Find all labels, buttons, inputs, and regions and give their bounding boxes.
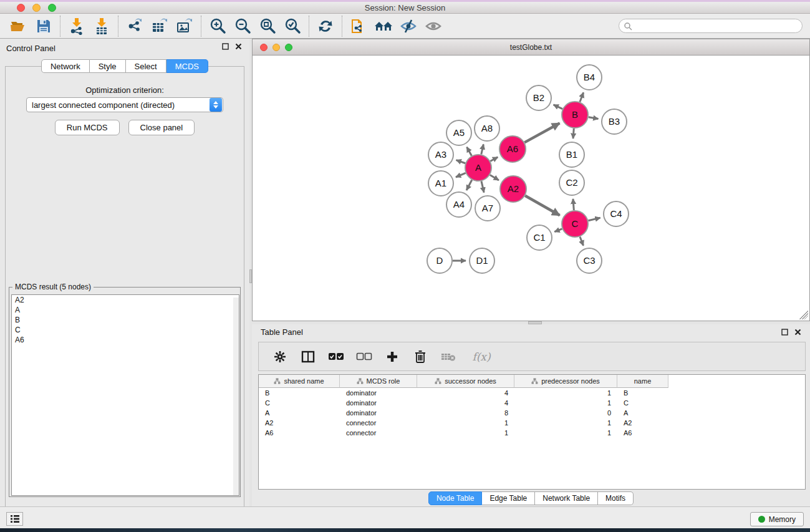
- table-cell[interactable]: B: [617, 388, 668, 398]
- mcds-result-item[interactable]: B: [12, 315, 239, 325]
- table-row[interactable]: A6connector11A6: [259, 428, 805, 438]
- zoom-window-button[interactable]: [48, 4, 56, 12]
- column-header-predecessor-nodes[interactable]: predecessor nodes: [514, 375, 617, 388]
- table-cell[interactable]: connector: [340, 428, 417, 438]
- graph-edge-B-B1[interactable]: [573, 128, 574, 138]
- show-column-button[interactable]: [299, 348, 317, 365]
- mcds-result-list[interactable]: A2ABCA6: [11, 294, 239, 496]
- hide-selected-button[interactable]: [396, 16, 421, 37]
- graph-edge-A-A8[interactable]: [481, 144, 484, 154]
- graph-node-B3[interactable]: B3: [602, 109, 627, 134]
- zoom-selected-button[interactable]: [280, 16, 305, 37]
- table-cell[interactable]: dominator: [340, 408, 417, 418]
- table-row[interactable]: A2connector11A2: [259, 418, 805, 428]
- export-image-button[interactable]: [172, 16, 197, 37]
- close-network-button[interactable]: [260, 44, 268, 51]
- table-row[interactable]: Bdominator41B: [259, 388, 805, 398]
- column-header-successor-nodes[interactable]: successor nodes: [417, 375, 514, 388]
- optimization-criterion-select[interactable]: largest connected component (directed): [26, 97, 223, 112]
- graph-node-A2[interactable]: A2: [500, 176, 526, 202]
- show-all-button[interactable]: [421, 16, 446, 37]
- table-cell[interactable]: A2: [259, 418, 340, 428]
- graph-edge-A-A5[interactable]: [467, 147, 472, 156]
- graph-node-C3[interactable]: C3: [577, 248, 602, 273]
- zoom-out-button[interactable]: [230, 16, 255, 37]
- graph-edge-A-A1[interactable]: [456, 173, 466, 177]
- mcds-result-item[interactable]: A: [12, 305, 239, 315]
- zoom-in-button[interactable]: [205, 16, 230, 37]
- import-network-button[interactable]: [64, 16, 89, 37]
- close-window-button[interactable]: [17, 4, 25, 12]
- graph-node-C4[interactable]: C4: [604, 201, 629, 226]
- graph-edge-A2-C[interactable]: [525, 196, 559, 215]
- graph-node-A3[interactable]: A3: [428, 142, 453, 167]
- delete-column-button[interactable]: [412, 348, 429, 365]
- table-cell[interactable]: dominator: [340, 398, 417, 408]
- column-header-name[interactable]: name: [617, 375, 668, 388]
- home-layout-button[interactable]: [371, 16, 396, 37]
- column-header-mcds-role[interactable]: MCDS role: [340, 375, 417, 388]
- tab-select[interactable]: Select: [126, 59, 166, 73]
- graph-node-B2[interactable]: B2: [526, 85, 551, 110]
- graph-node-A8[interactable]: A8: [475, 116, 499, 141]
- graph-edge-C-C3[interactable]: [580, 236, 584, 245]
- table-cell[interactable]: C: [617, 398, 668, 408]
- graph-edge-B-B2[interactable]: [554, 105, 562, 109]
- export-network-button[interactable]: [122, 16, 147, 37]
- refresh-button[interactable]: [313, 16, 338, 37]
- graph-edge-B-B4[interactable]: [580, 92, 584, 102]
- mcds-result-item[interactable]: A2: [12, 295, 239, 305]
- graph-edge-C-C4[interactable]: [588, 218, 600, 221]
- table-row[interactable]: Cdominator41C: [259, 398, 805, 408]
- minimize-window-button[interactable]: [32, 4, 41, 12]
- table-cell[interactable]: A: [617, 408, 668, 418]
- tab-network-table[interactable]: Network Table: [535, 491, 598, 505]
- zoom-fit-button[interactable]: [255, 16, 280, 37]
- open-file-button[interactable]: [6, 16, 31, 37]
- search-input[interactable]: [632, 21, 802, 32]
- graph-edge-C-C1[interactable]: [554, 229, 562, 232]
- table-cell[interactable]: 0: [514, 408, 617, 418]
- float-panel-icon[interactable]: [781, 329, 788, 336]
- table-cell[interactable]: 4: [417, 398, 514, 408]
- graph-edge-A-A4[interactable]: [466, 180, 472, 190]
- table-cell[interactable]: 4: [417, 388, 514, 398]
- graph-node-D[interactable]: D: [427, 248, 452, 273]
- minimize-network-button[interactable]: [272, 44, 280, 51]
- result-list-scrollbar[interactable]: [233, 297, 239, 496]
- table-row[interactable]: Adominator80A: [259, 408, 805, 418]
- function-builder-button[interactable]: f(x): [468, 348, 495, 365]
- select-all-columns-button[interactable]: [327, 348, 345, 365]
- graph-edge-A-A7[interactable]: [481, 181, 484, 192]
- table-cell[interactable]: A: [259, 408, 340, 418]
- table-cell[interactable]: connector: [340, 418, 417, 428]
- table-cell[interactable]: C: [259, 398, 340, 408]
- tab-motifs[interactable]: Motifs: [598, 491, 634, 505]
- graph-node-A7[interactable]: A7: [475, 196, 500, 221]
- mcds-result-item[interactable]: C: [12, 325, 239, 335]
- deselect-all-columns-button[interactable]: [355, 348, 373, 365]
- save-session-button[interactable]: [31, 16, 56, 37]
- graph-edge-A-A3[interactable]: [456, 160, 466, 163]
- float-panel-icon[interactable]: [222, 43, 229, 50]
- graph-node-A[interactable]: A: [465, 155, 491, 181]
- graph-edge-B-B3[interactable]: [589, 117, 599, 119]
- window-resize-grip[interactable]: [799, 311, 808, 319]
- tab-mcds[interactable]: MCDS: [166, 59, 208, 73]
- table-cell[interactable]: 1: [417, 418, 514, 428]
- graph-node-B[interactable]: B: [562, 102, 588, 128]
- graph-node-A6[interactable]: A6: [499, 136, 526, 162]
- import-table-button[interactable]: [89, 16, 114, 37]
- run-mcds-button[interactable]: Run MCDS: [55, 120, 120, 135]
- graph-edge-A6-B[interactable]: [524, 123, 559, 142]
- delete-table-button[interactable]: [440, 348, 457, 365]
- graph-node-C1[interactable]: C1: [527, 225, 552, 250]
- close-panel-button[interactable]: Close panel: [128, 120, 195, 135]
- show-panel-list-button[interactable]: [6, 512, 23, 526]
- table-cell[interactable]: 1: [514, 428, 617, 438]
- table-cell[interactable]: 1: [417, 428, 514, 438]
- graph-node-B4[interactable]: B4: [577, 65, 602, 90]
- table-cell[interactable]: B: [259, 388, 340, 398]
- graph-node-D1[interactable]: D1: [470, 248, 494, 273]
- network-graph[interactable]: B4B2BB3A8A5A6A3B1AA1C2A2A4A7C4CC1C3DD1: [253, 56, 809, 321]
